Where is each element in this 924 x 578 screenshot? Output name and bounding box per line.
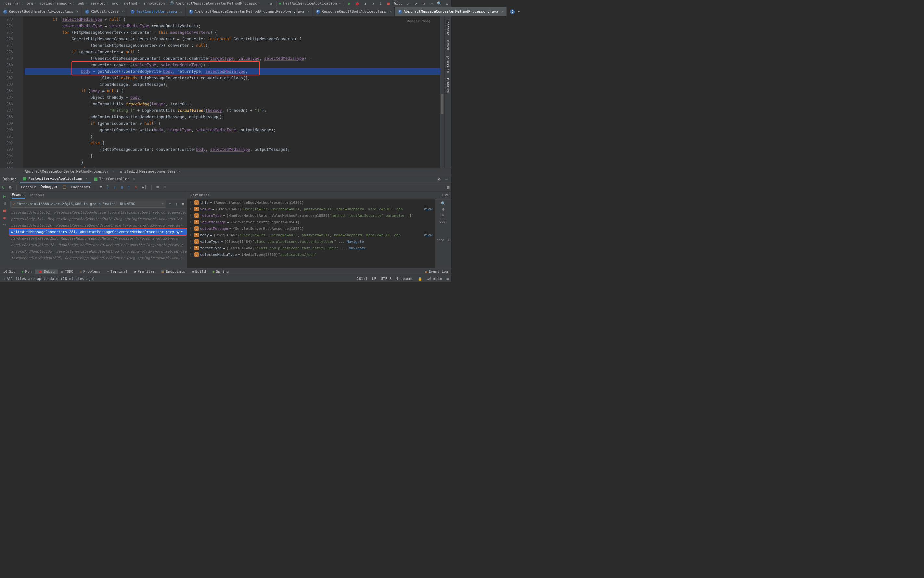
code-line[interactable]: GenericHttpMessageConverter genericConve… (25, 36, 440, 42)
tool-spring[interactable]: ❀Spring (209, 270, 232, 274)
code-line[interactable]: converter.canWrite(valueType, selectedMe… (25, 62, 440, 68)
pause-icon[interactable]: ⏸ (2, 201, 7, 206)
variable-row[interactable]: 〉 e valueType = {Class@11484} "class com… (187, 238, 435, 245)
add-watch-icon[interactable]: + (441, 193, 443, 197)
search-icon[interactable]: 🔍 (437, 1, 442, 6)
close-icon[interactable]: × (133, 177, 135, 181)
watch-search-icon[interactable]: 🔍 (441, 201, 446, 206)
stack-frame-row[interactable]: beforeBodyWrite:61, ResponseResultBodyAd… (9, 209, 187, 216)
memory-indicator[interactable]: ▭ (447, 277, 449, 281)
git-rollback-icon[interactable]: ↶ (429, 1, 434, 6)
close-tab-icon[interactable]: × (307, 10, 309, 14)
tool-jclasslib[interactable]: jclasslib (446, 55, 450, 73)
readonly-icon[interactable]: 🔓 (418, 277, 422, 281)
code-line[interactable]: genericConverter.write(body, targetType,… (25, 127, 440, 133)
crumb[interactable]: org (25, 1, 34, 5)
editor-tab[interactable]: C RSAUtil.class × (82, 7, 127, 16)
git-branch[interactable]: ⎇ main (427, 277, 442, 281)
tool-problems[interactable]: ⚠Problems (77, 270, 104, 274)
thread-selector[interactable]: ✓ "http-nio-18888-exec-2"@16,680 in grou… (10, 201, 166, 208)
stop-debug-icon[interactable]: ■ (2, 208, 7, 213)
code-line[interactable]: } (25, 153, 440, 159)
debug-config-tab[interactable]: TestController × (91, 175, 138, 183)
variables-list[interactable]: 〉 e this = {RequestResponseBodyMethodPro… (187, 199, 435, 268)
stop-icon[interactable]: ■ (386, 1, 391, 6)
view-link[interactable]: View (421, 207, 435, 211)
tool-build[interactable]: ⚒Build (188, 270, 209, 274)
code-line[interactable]: (Class<? extends HttpMessageConverter<?>… (25, 75, 440, 81)
stack-frame-row[interactable]: beforeBodyWrite:116, RequestResponseBody… (9, 222, 187, 229)
crumb[interactable]: servlet (89, 1, 107, 5)
editor-tab[interactable]: C TestController.java × (127, 7, 186, 16)
mute-breakpoints-icon[interactable]: ⊘ (2, 222, 7, 227)
tabs-dropdown-icon[interactable]: ▾ (516, 10, 521, 14)
variable-row[interactable]: 〉 p returnType = {HandlerMethod$ReturnVa… (187, 212, 435, 219)
status-icon[interactable]: ☐ (3, 277, 5, 281)
debug-settings-icon[interactable]: ⚙ (437, 177, 442, 182)
variable-row[interactable]: 〉 e selectedMediaType = {MediaType@18560… (187, 251, 435, 258)
editor-tab[interactable]: C AbstractMessageConverterMethodArgument… (186, 7, 313, 16)
expand-icon[interactable]: 〉 (190, 240, 194, 244)
threads-tab[interactable]: Threads (29, 192, 44, 199)
watch-settings-icon[interactable]: ⚙ (441, 207, 446, 212)
code-line[interactable]: } (25, 133, 440, 140)
endpoints-icon[interactable]: ☰ (62, 185, 66, 190)
editor-tab[interactable]: C ResponseResultBodyAdvice.class × (313, 7, 395, 16)
expand-icon[interactable]: 〉 (190, 246, 194, 250)
attach-icon[interactable]: ⤓ (379, 1, 383, 6)
run-to-cursor-icon[interactable]: ▸| (142, 185, 147, 190)
code-line[interactable]: if (selectedMediaType ≠ null) { (25, 16, 440, 23)
tool-database[interactable]: Database (446, 19, 450, 35)
tool-terminal[interactable]: ⌨Terminal (104, 270, 131, 274)
show-exec-point-icon[interactable]: ≡ (100, 185, 102, 190)
tool-plantuml[interactable]: PlantUML (446, 78, 450, 94)
stack-frame-row[interactable]: invokeAndHandle:135, ServletInvocableHan… (9, 248, 187, 255)
endpoints-tab[interactable]: Endpoints (71, 185, 90, 189)
crumb[interactable]: method (123, 1, 138, 5)
force-step-into-icon[interactable]: ⇊ (121, 185, 123, 190)
tool-endpoints[interactable]: ☰Endpoints (158, 270, 188, 274)
code-line[interactable]: addContentDispositionHeader(inputMessage… (25, 114, 440, 120)
expand-icon[interactable]: 〉 (190, 253, 194, 257)
variable-row[interactable]: 〉 p outputMessage = {ServletServerHttpRe… (187, 225, 435, 232)
step-out-icon[interactable]: ↑ (128, 185, 130, 190)
code-line[interactable]: else { (25, 166, 440, 168)
code-line[interactable]: selectedMediaType = selectedMediaType.re… (25, 23, 440, 29)
filter-frames-icon[interactable]: ▼ (180, 201, 186, 206)
vertical-scrollbar[interactable] (440, 16, 444, 168)
rerun-icon[interactable]: ↻ (2, 185, 5, 190)
view-breakpoints-icon[interactable]: ◉ (2, 215, 7, 220)
expand-icon[interactable]: 〉 (190, 227, 194, 231)
code-line[interactable]: inputMessage, outputMessage); (25, 81, 440, 88)
editor-tab[interactable]: C AbstractMessageConverterMethodProcesso… (395, 7, 507, 16)
expand-icon[interactable]: 〉 (190, 201, 194, 205)
close-tab-icon[interactable]: × (180, 10, 182, 14)
console-tab[interactable]: Console (21, 185, 36, 189)
code-line[interactable]: ((GenericHttpMessageConverter) converter… (25, 55, 440, 62)
event-log[interactable]: ⊟Event Log (422, 270, 451, 274)
debugger-tab[interactable]: Debugger (40, 185, 58, 190)
caret-position[interactable]: 281:1 (357, 277, 367, 281)
code-line[interactable]: } (25, 159, 440, 166)
close-tab-icon[interactable]: × (121, 10, 124, 14)
tool-todo[interactable]: ☑TODO (58, 270, 77, 274)
prev-frame-icon[interactable]: ↑ (168, 201, 173, 206)
close-tab-icon[interactable]: × (501, 10, 503, 14)
frames-tab[interactable]: Frames (12, 192, 25, 199)
stack-frame-row[interactable]: handleReturnValue:78, HandlerMethodRetur… (9, 242, 187, 248)
code-line[interactable]: (GenericHttpMessageConverter<?>) convert… (25, 42, 440, 49)
code-editor[interactable]: if (selectedMediaType ≠ null) { selected… (23, 16, 440, 168)
stack-frame-row[interactable]: invokeHandlerMethod:895, RequestMappingH… (9, 255, 187, 261)
indent-setting[interactable]: 4 spaces (396, 277, 413, 281)
tool-debug[interactable]: 🐞Debug (35, 270, 58, 274)
expand-icon[interactable]: 〉 (190, 220, 194, 224)
code-line[interactable]: body = getAdvice().beforeBodyWrite(body,… (25, 68, 440, 75)
profile-icon[interactable]: ◔ (371, 1, 375, 6)
code-line[interactable]: for (HttpMessageConverter<?> converter :… (25, 29, 440, 36)
crumb[interactable]: AbstractMessageConverterMethodProcessor (174, 1, 261, 5)
line-separator[interactable]: LF (372, 277, 376, 281)
stack-frame-row[interactable]: writeWithMessageConverters:281, Abstract… (9, 229, 187, 235)
code-line[interactable]: if (genericConverter ≠ null ? (25, 49, 440, 55)
debug-config-tab[interactable]: FastApiServiceApplication × (20, 175, 91, 183)
search-tabs-icon[interactable]: Q (510, 10, 515, 14)
